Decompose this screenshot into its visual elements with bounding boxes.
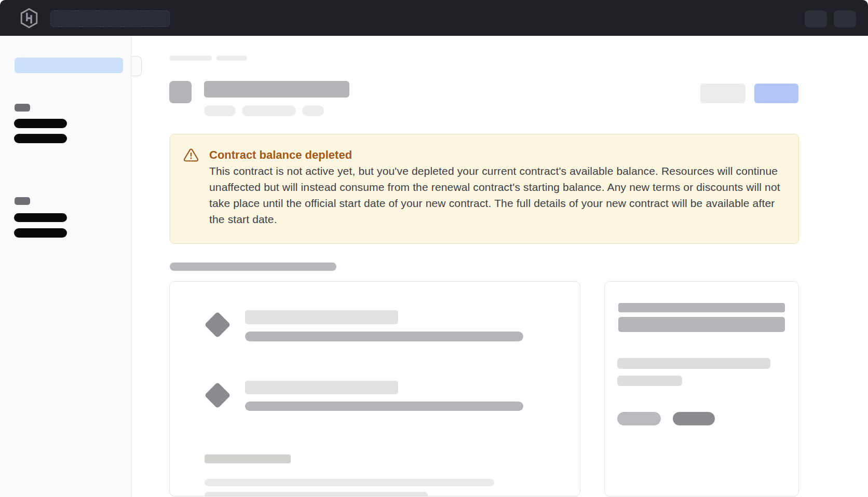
contract-details-card-placeholder	[169, 281, 580, 496]
status-badge-placeholder	[302, 105, 324, 116]
page-icon-placeholder	[169, 81, 192, 103]
topbar-help-button-placeholder[interactable]	[805, 10, 827, 27]
row-label-placeholder	[245, 381, 398, 394]
summary-line-placeholder	[617, 358, 770, 369]
section-heading-placeholder	[170, 263, 336, 271]
banner-title: Contract balance depleted	[209, 147, 352, 162]
row-label-placeholder	[245, 310, 398, 324]
alert-triangle-icon	[183, 147, 199, 163]
diamond-bullet-icon	[205, 382, 231, 409]
row-value-placeholder	[245, 332, 523, 341]
top-navigation-bar	[0, 0, 868, 36]
contract-warning-banner: Contract balance depleted This contract …	[170, 134, 799, 244]
banner-body-text: This contract is not active yet, but you…	[209, 163, 782, 227]
summary-card-placeholder	[604, 281, 799, 496]
row-value-placeholder	[245, 402, 523, 411]
card-footer-label-placeholder	[205, 454, 291, 463]
topbar-context-switcher-placeholder[interactable]	[50, 10, 170, 27]
card-action-button-placeholder[interactable]	[617, 412, 661, 425]
sidebar-active-item-placeholder[interactable]	[15, 58, 123, 73]
breadcrumb-placeholder[interactable]	[216, 56, 247, 61]
sidebar-navigation	[0, 36, 131, 497]
sidebar-section-label-placeholder	[15, 104, 30, 112]
sidebar-item-placeholder[interactable]	[14, 119, 67, 128]
status-badge-placeholder	[242, 105, 296, 116]
sidebar-item-placeholder[interactable]	[14, 134, 67, 143]
summary-line-placeholder	[617, 376, 682, 386]
primary-button-placeholder[interactable]	[754, 84, 798, 103]
sidebar-item-placeholder[interactable]	[14, 213, 67, 222]
card-footer-line-placeholder	[205, 479, 494, 486]
sidebar-item-placeholder[interactable]	[14, 228, 67, 238]
breadcrumb-placeholder[interactable]	[169, 56, 212, 61]
hashicorp-logo-icon[interactable]	[19, 8, 39, 29]
diamond-bullet-icon	[205, 312, 231, 338]
secondary-button-placeholder[interactable]	[700, 84, 745, 103]
page-title-placeholder	[204, 81, 349, 98]
card-footer-line-placeholder	[205, 492, 428, 496]
sidebar-collapse-handle[interactable]	[131, 56, 142, 76]
summary-value-placeholder	[618, 317, 785, 332]
status-badge-placeholder	[204, 105, 236, 116]
card-action-button-placeholder[interactable]	[673, 412, 715, 425]
app-window: Contract balance depleted This contract …	[0, 0, 868, 497]
summary-title-placeholder	[618, 303, 785, 312]
topbar-user-menu-placeholder[interactable]	[834, 10, 856, 27]
sidebar-section-label-placeholder	[15, 197, 30, 205]
